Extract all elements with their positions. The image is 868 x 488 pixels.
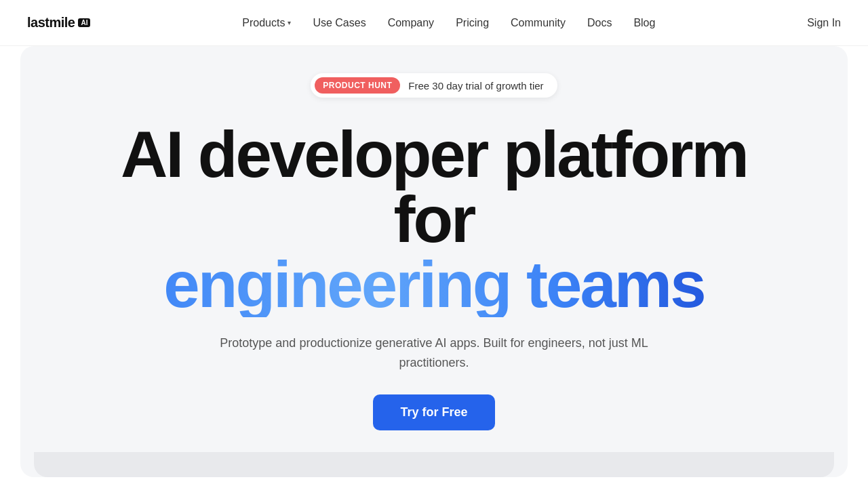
pricing-label: Pricing (456, 17, 489, 28)
logo-text: lastmile (27, 15, 75, 30)
community-label: Community (511, 17, 566, 28)
signin-link[interactable]: Sign In (807, 17, 841, 29)
nav-item-company[interactable]: Company (388, 17, 434, 28)
headline-line1: AI developer platform (121, 122, 747, 187)
signin-label: Sign In (807, 17, 841, 28)
nav-item-products[interactable]: Products ▾ (242, 17, 291, 29)
hero-section: PRODUCT HUNT Free 30 day trial of growth… (20, 46, 848, 477)
chevron-down-icon: ▾ (288, 19, 291, 26)
blog-label: Blog (633, 17, 655, 28)
use-cases-label: Use Cases (313, 17, 366, 28)
ph-badge: PRODUCT HUNT (315, 77, 400, 94)
nav-item-use-cases[interactable]: Use Cases (313, 17, 366, 28)
try-for-free-button[interactable]: Try for Free (373, 394, 494, 430)
product-hunt-banner[interactable]: PRODUCT HUNT Free 30 day trial of growth… (311, 73, 557, 98)
headline-line3: engineering teams (121, 252, 747, 317)
navbar: lastmile AI Products ▾ Use Cases Company… (0, 0, 868, 46)
logo-link[interactable]: lastmile AI (27, 15, 90, 30)
company-label: Company (388, 17, 434, 28)
nav-item-community[interactable]: Community (511, 17, 566, 28)
hero-headline: AI developer platform for engineering te… (121, 122, 747, 317)
headline-line2: for (121, 187, 747, 252)
nav-item-docs[interactable]: Docs (587, 17, 612, 28)
products-label: Products (242, 17, 285, 29)
nav-item-pricing[interactable]: Pricing (456, 17, 489, 28)
nav-links: Products ▾ Use Cases Company Pricing Com… (242, 17, 655, 29)
bottom-bar (34, 452, 834, 477)
ph-text: Free 30 day trial of growth tier (408, 80, 543, 92)
logo-ai-badge: AI (78, 18, 90, 27)
nav-item-blog[interactable]: Blog (633, 17, 655, 28)
hero-subtext: Prototype and productionize generative A… (197, 333, 671, 373)
docs-label: Docs (587, 17, 612, 28)
